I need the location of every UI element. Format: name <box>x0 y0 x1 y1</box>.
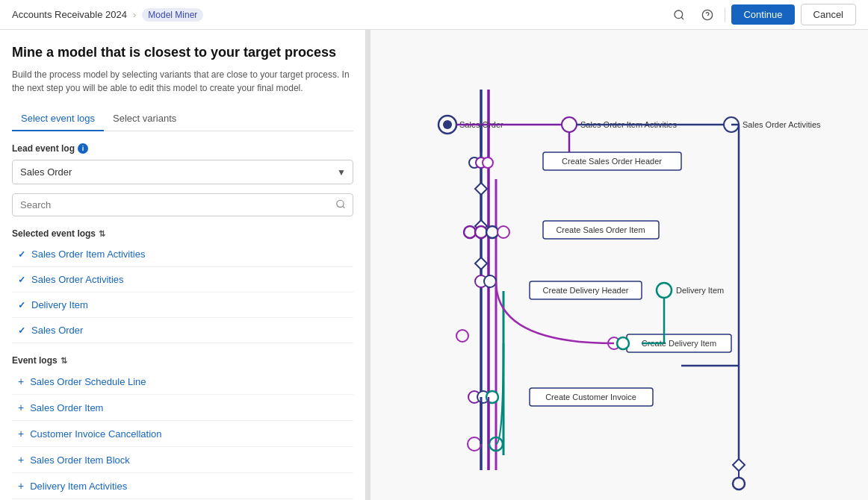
continue-button[interactable]: Continue <box>731 4 794 25</box>
header-divider <box>725 7 725 22</box>
lead-event-log-label: Lead event log i <box>12 143 353 154</box>
list-item[interactable]: ✓ Sales Order Item Activities <box>12 242 353 267</box>
list-item[interactable]: ✓ Delivery Item <box>12 293 353 318</box>
check-icon: ✓ <box>18 325 25 336</box>
process-diagram: Sales Order Sales Order Item Activities … <box>371 30 868 500</box>
svg-text:Create Customer Invoice: Create Customer Invoice <box>545 393 636 401</box>
svg-point-13 <box>562 117 577 132</box>
log-label: Sales Order Activities <box>31 274 124 285</box>
help-button[interactable] <box>696 4 719 26</box>
svg-marker-41 <box>475 257 487 269</box>
svg-point-0 <box>675 10 683 19</box>
svg-text:Delivery Item: Delivery Item <box>676 286 724 295</box>
page-title: Mine a model that is closest to your tar… <box>12 45 353 60</box>
list-item[interactable]: + Delivery Item Activities <box>12 473 353 499</box>
log-label: Sales Order <box>31 325 83 336</box>
search-button[interactable] <box>668 4 690 26</box>
selected-event-logs-section: Selected event logs ⇅ ✓ Sales Order Item… <box>12 228 353 343</box>
add-icon: + <box>18 454 24 466</box>
check-icon: ✓ <box>18 275 25 285</box>
selected-logs-label: Selected event logs ⇅ <box>12 228 353 239</box>
available-event-logs-section: Event logs ⇅ + Sales Order Schedule Line… <box>12 355 353 499</box>
page-description: Build the process model by selecting var… <box>12 68 353 95</box>
svg-text:Create Sales Order Item: Create Sales Order Item <box>556 225 645 234</box>
svg-point-11 <box>443 120 452 129</box>
svg-marker-29 <box>475 183 487 195</box>
search-input[interactable] <box>12 193 353 216</box>
tab-select-variants[interactable]: Select variants <box>104 107 185 131</box>
available-logs-label: Event logs ⇅ <box>12 355 353 366</box>
breadcrumb-text: Accounts Receivable 2024 <box>12 9 127 20</box>
svg-point-59 <box>733 478 745 490</box>
add-icon: + <box>18 375 24 387</box>
info-icon: i <box>78 143 88 154</box>
svg-point-39 <box>657 283 672 298</box>
lead-event-log-select-wrapper: Sales Order ▼ <box>12 160 353 184</box>
right-panel: Sales Order Sales Order Item Activities … <box>371 30 868 500</box>
svg-marker-58 <box>733 459 745 471</box>
add-icon: + <box>18 428 24 440</box>
svg-point-43 <box>484 275 496 287</box>
list-item[interactable]: ✓ Sales Order Activities <box>12 267 353 293</box>
log-label: Sales Order Schedule Line <box>30 376 146 387</box>
svg-text:Create Sales Order Header: Create Sales Order Header <box>562 157 662 166</box>
add-icon: + <box>18 480 24 492</box>
log-label: Sales Order Item Block <box>30 454 130 466</box>
log-label: Customer Invoice Cancellation <box>30 428 161 440</box>
header-badge: Model Miner <box>142 8 203 22</box>
add-icon: + <box>18 401 24 413</box>
svg-point-34 <box>475 226 487 238</box>
check-icon: ✓ <box>18 249 25 260</box>
svg-text:Create Delivery Header: Create Delivery Header <box>543 286 629 295</box>
svg-text:Sales Order Activities: Sales Order Activities <box>743 120 821 129</box>
log-label: Delivery Item <box>31 299 88 310</box>
help-icon <box>701 9 713 21</box>
search-icon <box>673 9 685 21</box>
list-item[interactable]: + Sales Order Item <box>12 395 353 421</box>
header-left: Accounts Receivable 2024 › Model Miner <box>12 8 203 22</box>
list-item[interactable]: ✓ Sales Order <box>12 318 353 343</box>
tab-select-event-logs[interactable]: Select event logs <box>12 107 104 131</box>
log-label: Sales Order Item <box>30 402 103 413</box>
svg-point-36 <box>497 226 509 238</box>
list-item[interactable]: + Sales Order Item Block <box>12 447 353 473</box>
left-panel: Mine a model that is closest to your tar… <box>0 30 366 500</box>
log-label: Delivery Item Activities <box>30 481 127 492</box>
breadcrumb-separator: › <box>133 9 136 20</box>
check-icon: ✓ <box>18 300 25 310</box>
sort-icon: ⇅ <box>61 356 67 366</box>
svg-point-44 <box>456 330 468 342</box>
log-label: Sales Order Item Activities <box>31 249 145 260</box>
lead-event-log-select[interactable]: Sales Order <box>12 160 353 184</box>
sort-icon: ⇅ <box>99 229 105 239</box>
list-item[interactable]: + Sales Order Schedule Line <box>12 369 353 395</box>
svg-point-33 <box>464 226 476 238</box>
search-wrapper <box>12 193 353 216</box>
list-item[interactable]: + Customer Invoice Cancellation <box>12 421 353 447</box>
svg-line-1 <box>682 17 684 19</box>
svg-point-35 <box>486 226 498 238</box>
svg-point-56 <box>468 437 481 451</box>
svg-point-25 <box>483 157 493 168</box>
app-header: Accounts Receivable 2024 › Model Miner C… <box>0 0 868 30</box>
main-content: Mine a model that is closest to your tar… <box>0 30 868 500</box>
tab-bar: Select event logs Select variants <box>12 107 353 131</box>
svg-point-48 <box>617 337 629 349</box>
header-right: Continue Cancel <box>668 4 856 26</box>
cancel-button[interactable]: Cancel <box>801 4 856 25</box>
